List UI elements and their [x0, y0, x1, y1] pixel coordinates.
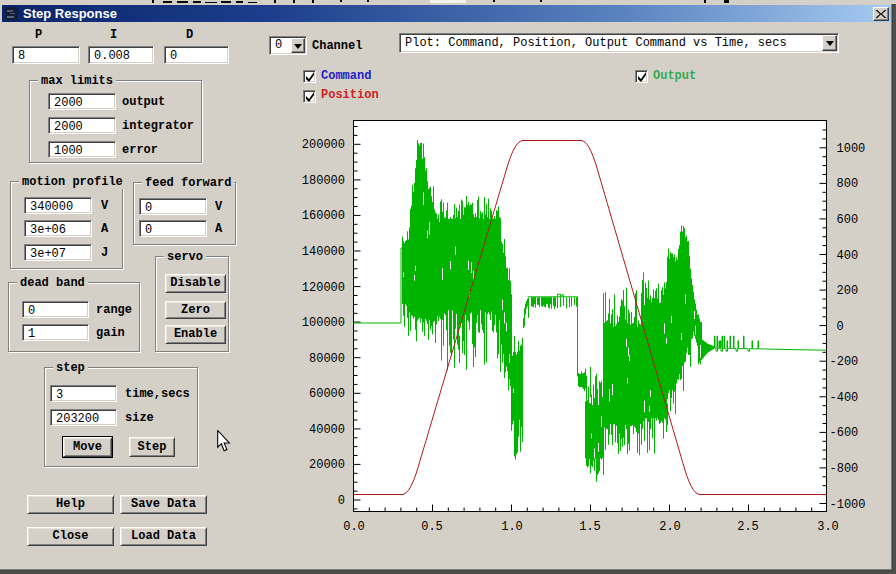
svg-text:-1000: -1000 — [830, 498, 866, 512]
svg-text:-800: -800 — [830, 462, 859, 476]
svg-text:60000: 60000 — [309, 387, 345, 401]
svg-text:-400: -400 — [830, 391, 859, 405]
svg-text:40000: 40000 — [309, 423, 345, 437]
svg-text:0.0: 0.0 — [343, 520, 365, 534]
svg-text:0: 0 — [338, 494, 345, 508]
svg-text:0.5: 0.5 — [421, 520, 443, 534]
svg-text:20000: 20000 — [309, 458, 345, 472]
svg-text:120000: 120000 — [302, 281, 345, 295]
svg-text:-600: -600 — [830, 426, 859, 440]
svg-text:140000: 140000 — [302, 245, 345, 259]
svg-text:1.5: 1.5 — [579, 520, 601, 534]
svg-text:160000: 160000 — [302, 209, 345, 223]
svg-text:3.0: 3.0 — [817, 520, 839, 534]
svg-text:-200: -200 — [830, 355, 859, 369]
svg-text:2.5: 2.5 — [737, 520, 759, 534]
svg-text:0: 0 — [837, 320, 844, 334]
svg-text:200: 200 — [837, 284, 859, 298]
svg-text:180000: 180000 — [302, 174, 345, 188]
svg-text:80000: 80000 — [309, 352, 345, 366]
svg-text:200000: 200000 — [302, 138, 345, 152]
svg-text:1000: 1000 — [837, 142, 866, 156]
svg-text:1.0: 1.0 — [501, 520, 523, 534]
svg-text:400: 400 — [837, 249, 859, 263]
svg-text:2.0: 2.0 — [659, 520, 681, 534]
svg-text:800: 800 — [837, 177, 859, 191]
svg-text:100000: 100000 — [302, 316, 345, 330]
svg-text:600: 600 — [837, 213, 859, 227]
